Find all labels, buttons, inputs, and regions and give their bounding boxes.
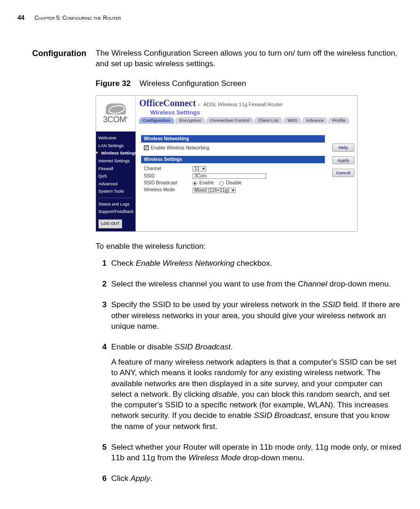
section-wireless-settings: Wireless Settings xyxy=(141,156,325,163)
help-button[interactable]: Help xyxy=(332,143,354,152)
page-header: 44 Chapter 5: Configuring the Router xyxy=(17,14,403,23)
figure-label: Figure 32 xyxy=(96,79,131,88)
page-number: 44 xyxy=(17,14,24,23)
channel-select[interactable]: 11 xyxy=(193,166,206,172)
ssid-broadcast-label: SSID Broadcast xyxy=(144,181,193,185)
product-title: OfficeConnect® ADSL Wireless 11g Firewal… xyxy=(139,98,353,108)
ssid-broadcast-disable-radio[interactable] xyxy=(219,181,224,186)
lead-sentence: To enable the wireless function: xyxy=(96,241,403,252)
intro-paragraph: The Wireless Configuration Screen allows… xyxy=(96,48,403,69)
logout-button[interactable]: LOG OUT xyxy=(98,219,122,229)
enable-wireless-label: Enable Wireless Networking xyxy=(151,146,209,150)
sidebar-item-system-tools[interactable]: System Tools xyxy=(98,188,133,195)
figure-caption: Figure 32 Wireless Configuration Screen xyxy=(96,78,403,89)
enable-wireless-checkbox[interactable]: ✓ xyxy=(144,145,149,150)
step-4: Enable or disable SSID Broadcast.A featu… xyxy=(96,342,403,436)
main-panel: Wireless Networking ✓ Enable Wireless Ne… xyxy=(136,132,329,231)
ssid-input[interactable]: 3Com xyxy=(193,173,266,179)
sidebar: WelcomeLAN SettingsWireless SettingsInte… xyxy=(96,132,136,231)
chapter-title: Chapter 5: Configuring the Router xyxy=(34,14,121,22)
tab-connection-control[interactable]: Connection Control xyxy=(206,117,253,124)
sidebar-item-advanced[interactable]: Advanced xyxy=(98,180,133,188)
section-heading: Configuration xyxy=(17,48,96,494)
apply-button[interactable]: Apply xyxy=(332,156,354,165)
tab-advance[interactable]: Advance xyxy=(302,117,327,124)
wireless-mode-label: Wireless Mode xyxy=(144,188,193,192)
ssid-broadcast-enable-radio[interactable] xyxy=(193,181,197,186)
tab-wds[interactable]: WDS xyxy=(284,117,301,124)
tab-configuration[interactable]: Configuration xyxy=(139,117,174,124)
step-2: Select the wireless channel you want to … xyxy=(96,279,403,294)
screen-subtitle: Wireless Settings xyxy=(150,109,353,115)
sidebar-item-support-feedback[interactable]: Support/Feedback xyxy=(98,208,133,216)
sidebar-item-qos[interactable]: QoS xyxy=(98,172,133,180)
channel-label: Channel xyxy=(144,166,193,171)
brand-logo: 3COM® xyxy=(96,96,136,132)
figure-title: Wireless Configuration Screen xyxy=(140,79,246,88)
sidebar-item-status-and-logs[interactable]: Status and Logs xyxy=(98,200,133,208)
sidebar-item-lan-settings[interactable]: LAN Settings xyxy=(98,142,133,150)
tab-profile[interactable]: Profile xyxy=(329,117,349,124)
step-6: Click Apply. xyxy=(96,473,403,488)
step-3: Specify the SSID to be used by your wire… xyxy=(96,299,403,336)
section-wireless-networking: Wireless Networking xyxy=(141,135,325,143)
step-5: Select whether your Router will operate … xyxy=(96,442,403,468)
step-1: Check Enable Wireless Networking checkbo… xyxy=(96,258,403,273)
sidebar-item-internet-settings[interactable]: Internet Settings xyxy=(98,157,133,165)
tab-client-list[interactable]: Client List xyxy=(255,117,282,124)
steps-list: Check Enable Wireless Networking checkbo… xyxy=(96,258,403,489)
sidebar-item-firewall[interactable]: Firewall xyxy=(98,165,133,173)
tab-encryption[interactable]: Encryption xyxy=(176,117,205,124)
sidebar-item-welcome[interactable]: Welcome xyxy=(98,134,133,142)
wireless-mode-select[interactable]: Mixed (11b+11g) xyxy=(193,188,236,193)
ssid-label: SSID xyxy=(144,174,193,178)
logo-swirl-icon xyxy=(106,103,126,114)
sidebar-item-wireless-settings[interactable]: Wireless Settings xyxy=(98,149,133,157)
cancel-button[interactable]: Cancel xyxy=(332,169,354,177)
router-screenshot: 3COM® OfficeConnect® ADSL Wireless 11g F… xyxy=(96,95,358,231)
